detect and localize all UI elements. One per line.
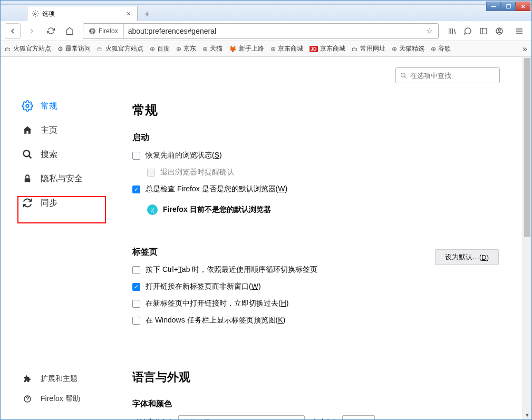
bookmark-item[interactable]: 🗀火狐官方站点 — [97, 44, 143, 53]
search-icon — [400, 72, 407, 79]
url-text[interactable]: about:preferences#general — [124, 27, 421, 35]
menu-icon[interactable] — [515, 27, 524, 35]
gear-icon — [22, 100, 33, 112]
sidebar-item-privacy[interactable]: 隐私与安全 — [16, 167, 117, 191]
reload-button[interactable] — [43, 23, 59, 39]
sidebar-extensions[interactable]: 扩展和主题 — [16, 369, 85, 389]
svg-rect-7 — [25, 178, 31, 182]
sad-face-icon: :( — [147, 204, 158, 215]
globe-icon: ⊕ — [431, 45, 436, 53]
new-tab-button[interactable]: + — [140, 7, 154, 21]
startup-heading: 启动 — [132, 132, 510, 143]
taskbar-preview-checkbox[interactable]: 在 Windows 任务栏上显示标签页预览图(K) — [132, 316, 510, 325]
scroll-down-icon[interactable]: ▼ — [523, 411, 531, 419]
folder-icon: 🗀 — [352, 45, 358, 53]
sidebar-item-label: 主页 — [41, 125, 57, 136]
bookmark-item[interactable]: 🗀常用网址 — [352, 44, 385, 53]
checkbox-checked-icon: ✓ — [132, 283, 140, 291]
bookmark-star-icon[interactable]: ☆ — [421, 26, 438, 36]
preferences-main: 常规 启动 恢复先前的浏览状态(S) 退出浏览器时提醒确认 ✓ 总是检查 Fir… — [117, 57, 531, 419]
bookmark-item[interactable]: 🗀火狐官方站点 — [5, 44, 51, 53]
gear-icon: ⚙ — [57, 45, 63, 53]
checkbox-icon — [147, 169, 155, 177]
bookmark-overflow-icon[interactable]: » — [523, 44, 527, 54]
forward-button[interactable] — [24, 23, 40, 39]
bookmark-item[interactable]: ⊕天猫精选 — [392, 44, 424, 53]
set-default-button[interactable]: 设为默认…(D) — [435, 249, 499, 265]
bookmark-item[interactable]: ⚙最常访问 — [57, 44, 91, 53]
bookmarks-bar: 🗀火狐官方站点 ⚙最常访问 🗀火狐官方站点 ⊕百度 ⊕京东 ⊕天猫 🦊新手上路 … — [1, 41, 531, 57]
window-minimize-button[interactable]: — — [486, 2, 501, 11]
checkbox-icon — [132, 300, 140, 308]
checkbox-icon — [132, 152, 140, 160]
checkbox-icon — [132, 317, 140, 325]
preferences-search[interactable] — [395, 67, 500, 83]
help-icon — [22, 393, 33, 405]
sidebar-item-home[interactable]: 主页 — [16, 118, 117, 142]
checkbox-icon — [132, 266, 140, 274]
window-close-button[interactable]: ✕ — [516, 2, 530, 11]
home-icon — [22, 124, 33, 136]
sidebar-item-label: 常规 — [41, 101, 57, 112]
svg-point-4 — [498, 29, 500, 31]
window-maximize-button[interactable]: ❐ — [501, 2, 516, 11]
sidebar-help[interactable]: Firefox 帮助 — [16, 389, 85, 409]
default-font-label: 默认字体(D) — [132, 418, 172, 419]
browser-tab[interactable]: 选项 × — [27, 6, 138, 21]
switch-to-tab-checkbox[interactable]: 在新标签页中打开链接时，立即切换过去(H) — [132, 299, 510, 308]
globe-icon: ⊕ — [150, 45, 155, 53]
globe-icon: ⊕ — [392, 45, 397, 53]
font-size-dropdown[interactable]: 16 ▾ — [342, 415, 375, 419]
ctrl-tab-checkbox[interactable]: 按下 Ctrl+Tab 时，依照最近使用顺序循环切换标签页 — [132, 265, 510, 275]
account-icon[interactable] — [495, 27, 504, 35]
home-button[interactable] — [62, 23, 78, 39]
vertical-scrollbar[interactable]: ▲ ▼ — [523, 57, 531, 419]
fonts-colors-heading: 字体和颜色 — [132, 399, 510, 409]
language-appearance-heading: 语言与外观 — [132, 369, 510, 385]
lock-icon — [22, 173, 33, 184]
font-size-label: 大小(S) — [311, 418, 336, 419]
bookmark-item[interactable]: ⊕京东 — [176, 44, 196, 53]
sidebar-item-search[interactable]: 搜索 — [16, 142, 117, 167]
check-default-browser-checkbox[interactable]: ✓ 总是检查 Firefox 是否是您的默认浏览器(W) — [132, 184, 510, 194]
svg-rect-2 — [480, 28, 487, 34]
svg-point-6 — [24, 151, 30, 157]
bookmark-item[interactable]: ⊕天猫 — [202, 44, 223, 53]
sidebar-item-sync[interactable]: 同步 — [16, 191, 117, 215]
scrollbar-thumb[interactable] — [524, 58, 530, 237]
gear-icon — [32, 10, 39, 17]
identity-box[interactable]: Firefox — [83, 24, 124, 38]
globe-icon: ⊕ — [202, 45, 208, 53]
svg-point-9 — [401, 73, 405, 77]
globe-icon: ⊕ — [270, 45, 276, 53]
open-in-tab-checkbox[interactable]: ✓ 打开链接在新标签页而非新窗口(W) — [132, 282, 510, 291]
exit-warning-checkbox: 退出浏览器时提醒确认 — [147, 168, 510, 177]
sidebar-item-label: 搜索 — [41, 149, 57, 160]
bookmark-item[interactable]: JD京东商城 — [309, 44, 345, 53]
tab-close-icon[interactable]: × — [124, 9, 133, 18]
sidebar-item-label: Firefox 帮助 — [41, 394, 80, 404]
chat-icon[interactable] — [463, 27, 472, 35]
sync-icon — [22, 197, 33, 209]
bookmark-item[interactable]: ⊕百度 — [150, 44, 170, 53]
globe-icon: ⊕ — [176, 45, 181, 53]
url-bar[interactable]: Firefox about:preferences#general ☆ — [83, 23, 439, 39]
library-icon[interactable] — [447, 27, 457, 35]
back-button[interactable] — [5, 23, 21, 39]
sidebar-item-label: 隐私与安全 — [41, 173, 83, 184]
sidebar-item-general[interactable]: 常规 — [16, 94, 117, 118]
bookmark-item[interactable]: ⊕谷歌 — [431, 44, 451, 53]
bookmark-item[interactable]: 🦊新手上路 — [229, 44, 264, 53]
sidebar-item-label: 扩展和主题 — [41, 374, 78, 384]
default-font-dropdown[interactable]: 微软雅黑 ▾ — [178, 415, 305, 419]
search-icon — [22, 149, 33, 160]
svg-point-5 — [26, 104, 29, 108]
search-input[interactable] — [410, 72, 499, 80]
bookmark-item[interactable]: ⊕京东商城 — [270, 44, 303, 53]
restore-session-checkbox[interactable]: 恢复先前的浏览状态(S) — [132, 151, 510, 160]
page-title: 常规 — [132, 102, 510, 119]
jd-icon: JD — [309, 46, 318, 52]
folder-icon: 🗀 — [5, 45, 11, 53]
sidebar-icon[interactable] — [479, 27, 488, 35]
folder-icon: 🗀 — [97, 45, 103, 53]
